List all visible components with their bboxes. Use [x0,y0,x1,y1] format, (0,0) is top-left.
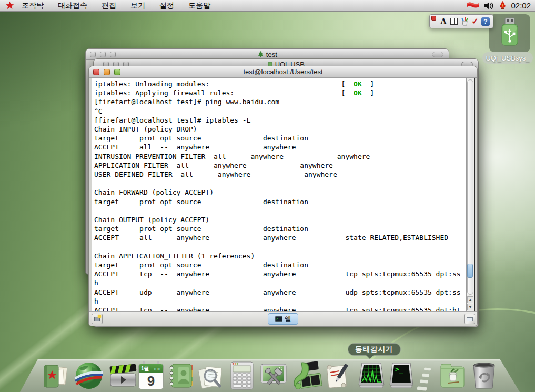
shell-tab[interactable]: > 쉘 [268,313,298,325]
terminal-scrollbar[interactable]: ▲ ▼ [466,78,474,311]
text-tool-icon[interactable]: A [439,17,448,26]
tool-palette: A ✓ ? [429,14,493,28]
red-star-logo[interactable] [5,1,14,10]
menu-item-edit[interactable]: 편집 [102,1,116,11]
terminal-titlebar[interactable]: test@localhost:/Users/test [89,66,477,78]
dock-divider-dash [422,374,429,377]
contacts-icon [167,361,197,390]
terminal-mini-icon: > [275,316,282,322]
dock-item-file-manager[interactable] [41,361,70,390]
svg-text:>_: >_ [395,365,403,374]
scrollbar-track[interactable] [467,79,473,295]
scroll-up-arrow[interactable]: ▲ [467,296,473,303]
close-button[interactable] [93,69,99,75]
dock-item-system-monitor[interactable] [357,361,386,390]
web-browser-icon [74,361,104,390]
dock-item-package-alert[interactable] [291,361,324,390]
toolbar-toggle-button[interactable] [432,52,443,57]
shell-tab-label: 쉘 [285,314,291,324]
torch-icon[interactable] [499,1,507,10]
dock-item-contacts[interactable] [167,361,197,390]
spellcheck-icon[interactable]: ✓ [470,17,480,26]
menu-item-view[interactable]: 보기 [130,1,145,11]
desktop: 조작탁 대화접속 편집 보기 설정 도움말 02:02 A [0,0,535,392]
text-editor-icon [324,361,353,390]
flag-icon[interactable] [466,2,480,10]
system-monitor-icon [357,361,386,390]
help-icon[interactable]: ? [481,17,490,26]
terminal-dock-icon: >_ [388,361,415,390]
dock-item-web-browser[interactable] [74,361,104,390]
package-alert-icon [291,361,324,390]
window-button[interactable] [90,52,96,57]
usb-icon-label[interactable]: UQi_USBsys_ [482,52,533,64]
menu-item-connection[interactable]: 대화접속 [58,1,87,11]
dock-item-calculator[interactable] [228,361,256,390]
stationery-folder-icon [438,361,467,390]
trash-icon [469,361,499,390]
zoom-button[interactable] [114,69,120,75]
menu-item-help[interactable]: 도움말 [188,1,210,11]
usb-drive-icon [499,17,521,49]
palette-close-button[interactable] [431,16,436,21]
home-tree-icon [257,51,264,58]
dock-tooltip: 동태감시기 [348,343,401,356]
scrollbar-thumb[interactable] [467,264,473,278]
pencil-cup-icon[interactable] [460,17,469,26]
menu-item-operation[interactable]: 조작탁 [22,1,44,11]
new-session-button[interactable] [92,314,103,324]
dock-item-text-editor[interactable] [324,361,353,390]
file-manager-icon [41,361,70,390]
resize-grip[interactable] [464,314,475,324]
scroll-down-arrow[interactable]: ▼ [467,304,473,310]
window-button[interactable] [110,52,116,57]
window-button[interactable] [100,52,106,57]
window-test-title: test [86,51,449,58]
terminal-window: test@localhost:/Users/test iptables: Unl… [88,66,478,326]
terminal-footer: > 쉘 [89,311,477,326]
menu-bar: 조작탁 대화접속 편집 보기 설정 도움말 02:02 [0,0,535,12]
terminal-body: iptables: Unloading modules: [ OK ]iptab… [92,78,475,311]
dock-item-terminal[interactable]: >_ [388,361,415,390]
dock-divider-dash [417,386,427,390]
volume-icon[interactable] [484,2,494,10]
dock-item-calendar[interactable]: 1월 ::::: 9 [138,361,165,390]
usb-desktop-icon[interactable] [489,14,530,52]
media-player-icon [108,361,138,390]
menu-item-settings[interactable]: 설정 [159,1,174,11]
dock-item-search[interactable] [197,361,226,390]
minimize-button[interactable] [104,69,110,75]
dock-item-system-tools[interactable] [259,361,288,390]
columns-icon[interactable] [449,17,459,26]
dock-item-trash[interactable] [469,361,499,390]
dock-item-media-player[interactable] [108,361,138,390]
calendar-month: 1월 [141,365,149,373]
terminal-title: test@localhost:/Users/test [89,68,477,76]
dock-item-stationery-folder[interactable] [438,361,467,390]
search-icon [197,361,226,390]
terminal-output[interactable]: iptables: Unloading modules: [ OK ]iptab… [92,78,466,311]
dock-divider-dash [420,379,428,383]
dock-divider-dash [424,368,431,371]
calculator-icon [228,361,256,390]
calendar-day: 9 [139,373,163,389]
clock: 02:02 [511,1,531,10]
system-tools-icon [259,361,288,390]
